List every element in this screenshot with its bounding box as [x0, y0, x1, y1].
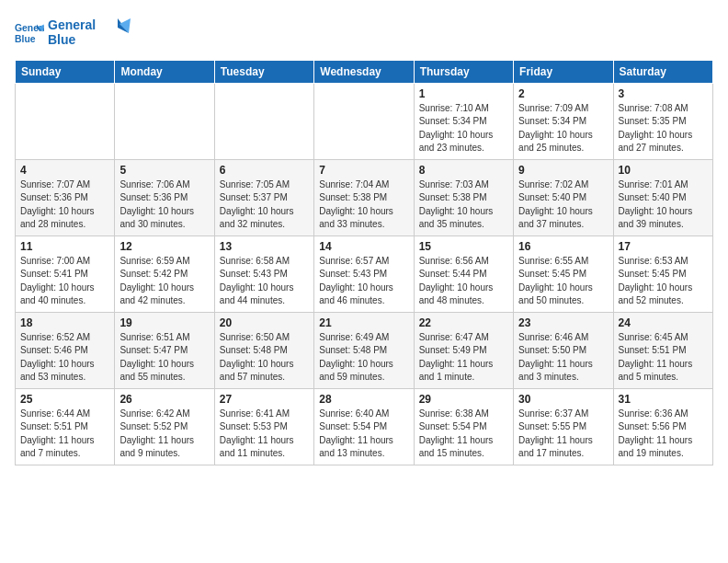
day-info: Sunrise: 6:58 AM Sunset: 5:43 PM Dayligh… — [220, 255, 309, 308]
calendar-cell — [314, 83, 414, 159]
calendar-cell: 20Sunrise: 6:50 AM Sunset: 5:48 PM Dayli… — [214, 312, 313, 388]
day-number: 13 — [220, 240, 309, 253]
day-info: Sunrise: 7:04 AM Sunset: 5:38 PM Dayligh… — [319, 178, 408, 232]
day-number: 5 — [119, 164, 209, 177]
day-number: 31 — [619, 393, 708, 406]
logo: General Blue General Blue — [15, 15, 131, 52]
calendar-cell: 9Sunrise: 7:02 AM Sunset: 5:40 PM Daylig… — [514, 159, 613, 236]
weekday-thursday: Thursday — [414, 60, 513, 83]
calendar-cell — [214, 83, 313, 159]
day-info: Sunrise: 6:49 AM Sunset: 5:48 PM Dayligh… — [319, 331, 408, 385]
calendar-cell: 30Sunrise: 6:37 AM Sunset: 5:55 PM Dayli… — [514, 388, 613, 465]
day-number: 10 — [619, 164, 708, 177]
calendar-cell: 26Sunrise: 6:42 AM Sunset: 5:52 PM Dayli… — [115, 388, 214, 465]
calendar-cell: 15Sunrise: 6:56 AM Sunset: 5:44 PM Dayli… — [414, 236, 513, 312]
day-info: Sunrise: 6:42 AM Sunset: 5:52 PM Dayligh… — [119, 408, 209, 461]
day-number: 14 — [319, 240, 408, 253]
calendar-cell: 27Sunrise: 6:41 AM Sunset: 5:53 PM Dayli… — [214, 388, 313, 465]
weekday-sunday: Sunday — [16, 60, 115, 83]
day-info: Sunrise: 6:46 AM Sunset: 5:50 PM Dayligh… — [518, 331, 608, 385]
day-number: 24 — [619, 316, 708, 329]
calendar-week-2: 4Sunrise: 7:07 AM Sunset: 5:36 PM Daylig… — [16, 159, 713, 236]
calendar-cell: 24Sunrise: 6:45 AM Sunset: 5:51 PM Dayli… — [613, 312, 712, 388]
day-number: 18 — [20, 316, 109, 329]
page-header: General Blue General Blue — [15, 15, 713, 52]
calendar-cell: 23Sunrise: 6:46 AM Sunset: 5:50 PM Dayli… — [514, 312, 613, 388]
day-number: 30 — [518, 393, 608, 406]
day-number: 3 — [619, 87, 708, 100]
calendar-table: SundayMondayTuesdayWednesdayThursdayFrid… — [15, 60, 713, 465]
calendar-cell: 17Sunrise: 6:53 AM Sunset: 5:45 PM Dayli… — [613, 236, 712, 312]
calendar-cell: 28Sunrise: 6:40 AM Sunset: 5:54 PM Dayli… — [314, 388, 414, 465]
calendar-cell: 22Sunrise: 6:47 AM Sunset: 5:49 PM Dayli… — [414, 312, 513, 388]
calendar-cell: 11Sunrise: 7:00 AM Sunset: 5:41 PM Dayli… — [16, 236, 115, 312]
day-info: Sunrise: 6:41 AM Sunset: 5:53 PM Dayligh… — [220, 408, 309, 461]
calendar-cell: 14Sunrise: 6:57 AM Sunset: 5:43 PM Dayli… — [314, 236, 414, 312]
weekday-wednesday: Wednesday — [314, 60, 414, 83]
logo-icon: General Blue — [15, 18, 44, 48]
day-info: Sunrise: 6:44 AM Sunset: 5:51 PM Dayligh… — [20, 408, 109, 461]
weekday-header-row: SundayMondayTuesdayWednesdayThursdayFrid… — [16, 60, 713, 83]
calendar-cell: 1Sunrise: 7:10 AM Sunset: 5:34 PM Daylig… — [414, 83, 513, 159]
calendar-week-1: 1Sunrise: 7:10 AM Sunset: 5:34 PM Daylig… — [16, 83, 713, 159]
day-info: Sunrise: 6:56 AM Sunset: 5:44 PM Dayligh… — [419, 255, 508, 308]
calendar-cell — [16, 83, 115, 159]
day-info: Sunrise: 7:03 AM Sunset: 5:38 PM Dayligh… — [419, 178, 508, 232]
day-number: 27 — [220, 393, 309, 406]
day-info: Sunrise: 7:07 AM Sunset: 5:36 PM Dayligh… — [20, 178, 109, 232]
day-info: Sunrise: 7:00 AM Sunset: 5:41 PM Dayligh… — [20, 255, 109, 308]
day-info: Sunrise: 6:55 AM Sunset: 5:45 PM Dayligh… — [518, 255, 608, 308]
day-info: Sunrise: 7:09 AM Sunset: 5:34 PM Dayligh… — [518, 102, 608, 155]
day-info: Sunrise: 6:36 AM Sunset: 5:56 PM Dayligh… — [619, 408, 708, 461]
day-number: 4 — [20, 164, 109, 177]
calendar-week-5: 25Sunrise: 6:44 AM Sunset: 5:51 PM Dayli… — [16, 388, 713, 465]
day-number: 17 — [619, 240, 708, 253]
day-info: Sunrise: 6:37 AM Sunset: 5:55 PM Dayligh… — [518, 408, 608, 461]
calendar-cell: 19Sunrise: 6:51 AM Sunset: 5:47 PM Dayli… — [115, 312, 214, 388]
day-number: 16 — [518, 240, 608, 253]
calendar-cell: 12Sunrise: 6:59 AM Sunset: 5:42 PM Dayli… — [115, 236, 214, 312]
day-info: Sunrise: 6:38 AM Sunset: 5:54 PM Dayligh… — [419, 408, 508, 461]
calendar-body: 1Sunrise: 7:10 AM Sunset: 5:34 PM Daylig… — [16, 83, 713, 465]
day-number: 26 — [119, 393, 209, 406]
calendar-cell: 29Sunrise: 6:38 AM Sunset: 5:54 PM Dayli… — [414, 388, 513, 465]
day-number: 6 — [220, 164, 309, 177]
calendar-cell: 8Sunrise: 7:03 AM Sunset: 5:38 PM Daylig… — [414, 159, 513, 236]
calendar-cell: 18Sunrise: 6:52 AM Sunset: 5:46 PM Dayli… — [16, 312, 115, 388]
calendar-cell: 2Sunrise: 7:09 AM Sunset: 5:34 PM Daylig… — [514, 83, 613, 159]
day-info: Sunrise: 7:08 AM Sunset: 5:35 PM Dayligh… — [619, 102, 708, 155]
day-number: 11 — [20, 240, 109, 253]
day-number: 28 — [319, 393, 408, 406]
day-info: Sunrise: 6:50 AM Sunset: 5:48 PM Dayligh… — [220, 331, 309, 385]
day-number: 2 — [518, 87, 608, 100]
calendar-week-4: 18Sunrise: 6:52 AM Sunset: 5:46 PM Dayli… — [16, 312, 713, 388]
day-number: 21 — [319, 316, 408, 329]
day-number: 29 — [419, 393, 508, 406]
day-number: 25 — [20, 393, 109, 406]
calendar-cell: 4Sunrise: 7:07 AM Sunset: 5:36 PM Daylig… — [16, 159, 115, 236]
day-info: Sunrise: 6:52 AM Sunset: 5:46 PM Dayligh… — [20, 331, 109, 385]
weekday-saturday: Saturday — [613, 60, 712, 83]
day-info: Sunrise: 6:59 AM Sunset: 5:42 PM Dayligh… — [119, 255, 209, 308]
day-number: 20 — [220, 316, 309, 329]
day-number: 1 — [419, 87, 508, 100]
calendar-cell: 7Sunrise: 7:04 AM Sunset: 5:38 PM Daylig… — [314, 159, 414, 236]
calendar-cell: 5Sunrise: 7:06 AM Sunset: 5:36 PM Daylig… — [115, 159, 214, 236]
svg-text:Blue: Blue — [15, 34, 36, 44]
calendar-cell: 25Sunrise: 6:44 AM Sunset: 5:51 PM Dayli… — [16, 388, 115, 465]
calendar-cell: 13Sunrise: 6:58 AM Sunset: 5:43 PM Dayli… — [214, 236, 313, 312]
day-info: Sunrise: 6:53 AM Sunset: 5:45 PM Dayligh… — [619, 255, 708, 308]
day-info: Sunrise: 7:01 AM Sunset: 5:40 PM Dayligh… — [619, 178, 708, 232]
day-number: 9 — [518, 164, 608, 177]
calendar-cell: 31Sunrise: 6:36 AM Sunset: 5:56 PM Dayli… — [613, 388, 712, 465]
calendar-cell: 3Sunrise: 7:08 AM Sunset: 5:35 PM Daylig… — [613, 83, 712, 159]
calendar-cell: 21Sunrise: 6:49 AM Sunset: 5:48 PM Dayli… — [314, 312, 414, 388]
day-info: Sunrise: 7:06 AM Sunset: 5:36 PM Dayligh… — [119, 178, 209, 232]
calendar-week-3: 11Sunrise: 7:00 AM Sunset: 5:41 PM Dayli… — [16, 236, 713, 312]
calendar-cell: 6Sunrise: 7:05 AM Sunset: 5:37 PM Daylig… — [214, 159, 313, 236]
day-number: 23 — [518, 316, 608, 329]
calendar-cell — [115, 83, 214, 159]
day-info: Sunrise: 6:40 AM Sunset: 5:54 PM Dayligh… — [319, 408, 408, 461]
day-number: 22 — [419, 316, 508, 329]
weekday-tuesday: Tuesday — [214, 60, 313, 83]
